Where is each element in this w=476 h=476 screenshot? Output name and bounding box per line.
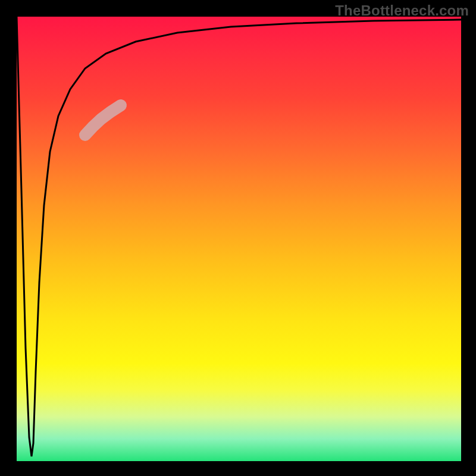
chart-frame: TheBottleneck.com bbox=[0, 0, 476, 476]
highlight-band bbox=[85, 105, 121, 135]
chart-svg bbox=[17, 17, 461, 461]
watermark: TheBottleneck.com bbox=[335, 2, 469, 19]
main-curve bbox=[17, 17, 461, 456]
